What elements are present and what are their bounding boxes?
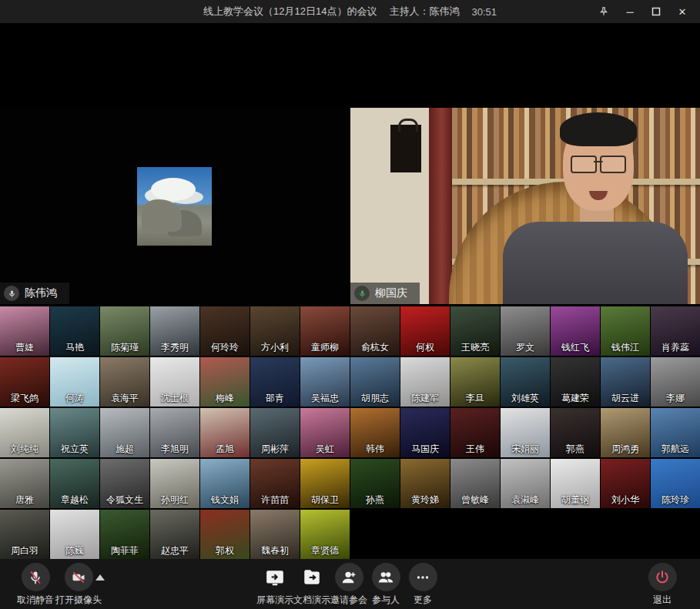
- participant-tile[interactable]: 周白羽: [0, 510, 49, 559]
- participant-name: 王晓亮: [450, 341, 500, 354]
- participant-name: 陈巍: [50, 544, 99, 557]
- participant-tile[interactable]: 王伟: [450, 408, 500, 457]
- participant-tile[interactable]: 赵忠平: [150, 510, 199, 559]
- participant-tile[interactable]: 沈士根: [150, 357, 199, 407]
- participant-tile[interactable]: 周鸿勇: [601, 408, 650, 457]
- shared-photo-mountain: [137, 167, 212, 246]
- participant-tile[interactable]: 马国庆: [400, 408, 450, 457]
- participant-name: 吴虹: [300, 443, 350, 456]
- participant-tile[interactable]: 许苗苗: [250, 459, 300, 508]
- participant-tile[interactable]: 方小利: [250, 306, 300, 356]
- participant-tile[interactable]: 章越松: [50, 459, 99, 508]
- video-feed-liuguoqing[interactable]: 柳国庆: [350, 108, 700, 304]
- participant-name: 李娜: [651, 392, 700, 405]
- participant-name: 胡朋志: [350, 392, 400, 405]
- participant-tile[interactable]: 刘小华: [601, 459, 650, 508]
- participant-tile[interactable]: 刘雄英: [501, 357, 550, 407]
- participant-tile[interactable]: 钱文娟: [200, 459, 250, 508]
- mic-active-icon: [354, 286, 370, 301]
- mic-icon: [4, 286, 19, 301]
- participant-tile[interactable]: 陈菊瑾: [100, 306, 149, 356]
- camera-options-caret[interactable]: [95, 574, 105, 581]
- participant-tile[interactable]: 李旦: [450, 357, 500, 407]
- pin-icon[interactable]: [591, 0, 617, 23]
- maximize-button[interactable]: [643, 0, 669, 23]
- participant-tile[interactable]: 李娜: [651, 357, 700, 407]
- cloud-shape: [151, 178, 196, 201]
- participant-tile[interactable]: 刘纯纯: [0, 408, 49, 457]
- participant-tile[interactable]: 曹婕: [0, 306, 49, 356]
- participant-tile[interactable]: 吴虹: [300, 408, 350, 457]
- participant-tile[interactable]: 胡朋志: [350, 357, 400, 407]
- participant-name: 童师柳: [300, 341, 350, 354]
- power-icon: [648, 563, 677, 591]
- participant-tile[interactable]: 胡董钢: [551, 459, 600, 508]
- participant-name: 令狐文生: [100, 494, 149, 507]
- minimize-button[interactable]: ─: [617, 0, 643, 23]
- participant-tile[interactable]: 袁海平: [100, 357, 149, 407]
- open-camera-label: 打开摄像头: [55, 594, 102, 607]
- participant-tile[interactable]: 何玲玲: [200, 306, 250, 356]
- mic-muted-icon: [22, 563, 50, 591]
- participant-tile[interactable]: 李旭明: [150, 408, 199, 457]
- participant-tile[interactable]: 肖养蕊: [651, 306, 700, 356]
- participant-tile[interactable]: 宋娟丽: [501, 408, 550, 457]
- participant-tile[interactable]: 马艳: [50, 306, 99, 356]
- participant-name: 韩伟: [350, 443, 400, 456]
- close-button[interactable]: ✕: [669, 0, 695, 23]
- participant-tile[interactable]: 陈玲珍: [651, 459, 700, 508]
- participant-tile[interactable]: 郭燕: [551, 408, 600, 457]
- more-button[interactable]: 更多: [395, 563, 450, 607]
- participant-tile[interactable]: 邵青: [250, 357, 300, 407]
- participant-tile[interactable]: 曾敏峰: [450, 459, 500, 508]
- participant-tile[interactable]: 俞杭女: [350, 306, 400, 356]
- open-camera-button[interactable]: 打开摄像头: [51, 563, 106, 607]
- title-bar: 线上教学会议（12月12日14点）的会议 主持人：陈伟鸿 30:51 ─ ✕: [0, 0, 700, 23]
- participant-tile[interactable]: 童师柳: [300, 306, 350, 356]
- participant-tile[interactable]: 章贤德: [300, 510, 350, 559]
- participant-tile[interactable]: 祝立英: [50, 408, 99, 457]
- participant-tile[interactable]: 魏春初: [250, 510, 300, 559]
- participant-tile[interactable]: 陈建军: [400, 357, 450, 407]
- video-feed-chenweihong[interactable]: 陈伟鸿: [0, 108, 350, 304]
- participant-tile[interactable]: 梅峰: [200, 357, 250, 407]
- participant-tile[interactable]: 孟旭: [200, 408, 250, 457]
- exit-button[interactable]: 退出: [635, 563, 690, 607]
- participant-name: 郭权: [200, 544, 250, 557]
- participant-tile[interactable]: 何权: [400, 306, 450, 356]
- participant-tile[interactable]: 唐雅: [0, 459, 49, 508]
- participant-tile[interactable]: 梁飞鸽: [0, 357, 49, 407]
- participant-tile[interactable]: 葛建荣: [551, 357, 600, 407]
- participant-name: 曹婕: [0, 341, 49, 354]
- participant-tile[interactable]: 钱伟江: [601, 306, 650, 356]
- participant-grid: 曹婕马艳陈菊瑾李秀明何玲玲方小利童师柳俞杭女何权王晓亮罗文钱红飞钱伟江肖养蕊梁飞…: [0, 306, 700, 559]
- participant-tile[interactable]: 周彬萍: [250, 408, 300, 457]
- participant-name: 胡云进: [601, 392, 650, 405]
- participant-tile[interactable]: 郭航远: [651, 408, 700, 457]
- participant-name: 陈菊瑾: [100, 341, 149, 354]
- participant-tile[interactable]: 李秀明: [150, 306, 199, 356]
- participant-tile[interactable]: 郭权: [200, 510, 250, 559]
- participant-tile[interactable]: 令狐文生: [100, 459, 149, 508]
- participant-tile[interactable]: 钱红飞: [551, 306, 600, 356]
- camera-off-icon: [65, 563, 93, 591]
- participant-name: 章贤德: [300, 544, 350, 557]
- participant-tile[interactable]: 施超: [100, 408, 149, 457]
- participant-tile[interactable]: 陈巍: [50, 510, 99, 559]
- participant-name: 何玲玲: [200, 341, 250, 354]
- participant-tile[interactable]: 韩伟: [350, 408, 400, 457]
- participant-tile[interactable]: 胡保卫: [300, 459, 350, 508]
- participant-tile[interactable]: 陶菲菲: [100, 510, 149, 559]
- participant-tile[interactable]: 何涛: [50, 357, 99, 407]
- participant-name: 许苗苗: [250, 494, 300, 507]
- participant-name: 俞杭女: [350, 341, 400, 354]
- participant-name: 周白羽: [0, 544, 49, 557]
- participant-tile[interactable]: 袁淑峰: [501, 459, 550, 508]
- participant-tile[interactable]: 吴福忠: [300, 357, 350, 407]
- participant-tile[interactable]: 黄玲娣: [400, 459, 450, 508]
- participant-tile[interactable]: 孙燕: [350, 459, 400, 508]
- participant-tile[interactable]: 罗文: [501, 306, 550, 356]
- participant-tile[interactable]: 王晓亮: [450, 306, 500, 356]
- participant-tile[interactable]: 胡云进: [601, 357, 650, 407]
- participant-tile[interactable]: 孙明红: [150, 459, 199, 508]
